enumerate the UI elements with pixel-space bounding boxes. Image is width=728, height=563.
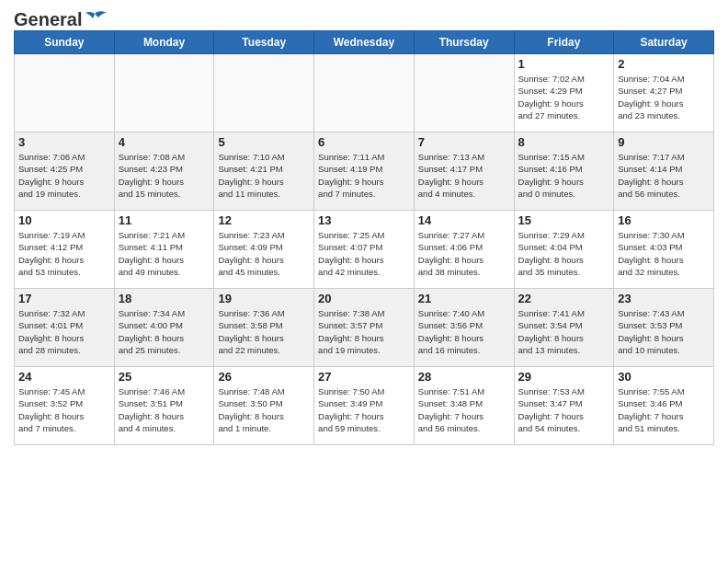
calendar-cell: 3Sunrise: 7:06 AM Sunset: 4:25 PM Daylig…	[15, 132, 115, 211]
calendar-cell: 11Sunrise: 7:21 AM Sunset: 4:11 PM Dayli…	[114, 211, 214, 289]
calendar-cell: 22Sunrise: 7:41 AM Sunset: 3:54 PM Dayli…	[514, 289, 614, 367]
calendar-week-row: 17Sunrise: 7:32 AM Sunset: 4:01 PM Dayli…	[15, 289, 714, 367]
day-info: Sunrise: 7:45 AM Sunset: 3:52 PM Dayligh…	[18, 385, 110, 434]
day-number: 6	[318, 135, 410, 149]
day-number: 28	[418, 370, 510, 384]
day-info: Sunrise: 7:04 AM Sunset: 4:27 PM Dayligh…	[618, 73, 710, 121]
calendar-cell: 6Sunrise: 7:11 AM Sunset: 4:19 PM Daylig…	[314, 132, 415, 211]
day-number: 18	[119, 292, 210, 305]
calendar-day-header: Wednesday	[314, 31, 415, 54]
day-info: Sunrise: 7:53 AM Sunset: 3:47 PM Dayligh…	[518, 385, 610, 434]
day-number: 9	[618, 135, 710, 149]
header: General	[14, 9, 714, 27]
calendar-cell: 29Sunrise: 7:53 AM Sunset: 3:47 PM Dayli…	[514, 367, 614, 445]
logo-bird-icon	[82, 10, 108, 30]
day-info: Sunrise: 7:38 AM Sunset: 3:57 PM Dayligh…	[318, 307, 410, 356]
day-number: 22	[518, 292, 610, 305]
logo-general: General	[14, 9, 82, 30]
day-info: Sunrise: 7:41 AM Sunset: 3:54 PM Dayligh…	[518, 307, 610, 356]
day-number: 5	[218, 135, 310, 149]
day-number: 21	[418, 292, 510, 305]
page-container: General SundayMondayTuesdayWednesdayThur…	[0, 0, 728, 450]
day-number: 26	[218, 370, 310, 384]
day-number: 15	[518, 213, 610, 227]
calendar-week-row: 24Sunrise: 7:45 AM Sunset: 3:52 PM Dayli…	[15, 367, 714, 445]
day-number: 4	[119, 135, 210, 149]
day-info: Sunrise: 7:17 AM Sunset: 4:14 PM Dayligh…	[618, 151, 710, 200]
day-number: 11	[119, 213, 210, 227]
day-number: 25	[119, 370, 210, 384]
calendar-cell: 25Sunrise: 7:46 AM Sunset: 3:51 PM Dayli…	[114, 367, 214, 445]
day-info: Sunrise: 7:06 AM Sunset: 4:25 PM Dayligh…	[18, 151, 110, 200]
calendar-week-row: 3Sunrise: 7:06 AM Sunset: 4:25 PM Daylig…	[15, 132, 714, 211]
calendar-cell: 1Sunrise: 7:02 AM Sunset: 4:29 PM Daylig…	[514, 54, 614, 132]
calendar-cell: 24Sunrise: 7:45 AM Sunset: 3:52 PM Dayli…	[15, 367, 115, 445]
calendar-day-header: Saturday	[614, 31, 714, 54]
day-number: 23	[618, 292, 710, 305]
day-number: 16	[618, 213, 710, 227]
day-info: Sunrise: 7:25 AM Sunset: 4:07 PM Dayligh…	[318, 229, 410, 278]
day-number: 2	[618, 57, 710, 71]
day-info: Sunrise: 7:34 AM Sunset: 4:00 PM Dayligh…	[119, 307, 210, 356]
day-info: Sunrise: 7:32 AM Sunset: 4:01 PM Dayligh…	[18, 307, 110, 356]
day-number: 10	[18, 213, 110, 227]
calendar-cell: 9Sunrise: 7:17 AM Sunset: 4:14 PM Daylig…	[614, 132, 714, 211]
calendar-day-header: Thursday	[414, 31, 514, 54]
calendar-cell: 23Sunrise: 7:43 AM Sunset: 3:53 PM Dayli…	[614, 289, 714, 367]
day-number: 20	[318, 292, 410, 305]
day-info: Sunrise: 7:46 AM Sunset: 3:51 PM Dayligh…	[119, 385, 210, 434]
calendar-cell	[114, 54, 214, 132]
calendar-cell: 5Sunrise: 7:10 AM Sunset: 4:21 PM Daylig…	[214, 132, 314, 211]
calendar-cell: 20Sunrise: 7:38 AM Sunset: 3:57 PM Dayli…	[314, 289, 415, 367]
calendar-week-row: 1Sunrise: 7:02 AM Sunset: 4:29 PM Daylig…	[15, 54, 714, 132]
calendar-cell: 17Sunrise: 7:32 AM Sunset: 4:01 PM Dayli…	[15, 289, 115, 367]
day-info: Sunrise: 7:30 AM Sunset: 4:03 PM Dayligh…	[618, 229, 710, 278]
day-info: Sunrise: 7:13 AM Sunset: 4:17 PM Dayligh…	[418, 151, 510, 200]
calendar-cell: 27Sunrise: 7:50 AM Sunset: 3:49 PM Dayli…	[314, 367, 415, 445]
calendar-cell: 7Sunrise: 7:13 AM Sunset: 4:17 PM Daylig…	[414, 132, 514, 211]
calendar-day-header: Sunday	[15, 31, 115, 54]
day-info: Sunrise: 7:21 AM Sunset: 4:11 PM Dayligh…	[119, 229, 210, 278]
calendar-cell: 13Sunrise: 7:25 AM Sunset: 4:07 PM Dayli…	[314, 211, 415, 289]
day-info: Sunrise: 7:48 AM Sunset: 3:50 PM Dayligh…	[218, 385, 310, 434]
day-number: 3	[18, 135, 110, 149]
day-info: Sunrise: 7:15 AM Sunset: 4:16 PM Dayligh…	[518, 151, 610, 200]
calendar-cell: 15Sunrise: 7:29 AM Sunset: 4:04 PM Dayli…	[514, 211, 614, 289]
calendar-cell: 2Sunrise: 7:04 AM Sunset: 4:27 PM Daylig…	[614, 54, 714, 132]
calendar-cell: 21Sunrise: 7:40 AM Sunset: 3:56 PM Dayli…	[414, 289, 514, 367]
day-number: 1	[518, 57, 610, 71]
day-info: Sunrise: 7:51 AM Sunset: 3:48 PM Dayligh…	[418, 385, 510, 434]
calendar-cell: 28Sunrise: 7:51 AM Sunset: 3:48 PM Dayli…	[414, 367, 514, 445]
calendar-cell	[414, 54, 514, 132]
day-info: Sunrise: 7:40 AM Sunset: 3:56 PM Dayligh…	[418, 307, 510, 356]
day-info: Sunrise: 7:50 AM Sunset: 3:49 PM Dayligh…	[318, 385, 410, 434]
calendar-cell: 18Sunrise: 7:34 AM Sunset: 4:00 PM Dayli…	[114, 289, 214, 367]
calendar-cell: 16Sunrise: 7:30 AM Sunset: 4:03 PM Dayli…	[614, 211, 714, 289]
day-info: Sunrise: 7:11 AM Sunset: 4:19 PM Dayligh…	[318, 151, 410, 200]
day-info: Sunrise: 7:02 AM Sunset: 4:29 PM Dayligh…	[518, 73, 610, 121]
day-number: 12	[218, 213, 310, 227]
day-number: 27	[318, 370, 410, 384]
logo: General	[14, 9, 108, 27]
calendar-cell: 19Sunrise: 7:36 AM Sunset: 3:58 PM Dayli…	[214, 289, 314, 367]
calendar-week-row: 10Sunrise: 7:19 AM Sunset: 4:12 PM Dayli…	[15, 211, 714, 289]
calendar-day-header: Friday	[514, 31, 614, 54]
day-number: 8	[518, 135, 610, 149]
day-number: 17	[18, 292, 110, 305]
day-number: 29	[518, 370, 610, 384]
calendar-cell: 8Sunrise: 7:15 AM Sunset: 4:16 PM Daylig…	[514, 132, 614, 211]
calendar-table: SundayMondayTuesdayWednesdayThursdayFrid…	[14, 30, 714, 445]
day-number: 7	[418, 135, 510, 149]
day-info: Sunrise: 7:43 AM Sunset: 3:53 PM Dayligh…	[618, 307, 710, 356]
calendar-cell	[314, 54, 415, 132]
day-info: Sunrise: 7:36 AM Sunset: 3:58 PM Dayligh…	[218, 307, 310, 356]
day-number: 13	[318, 213, 410, 227]
calendar-cell: 14Sunrise: 7:27 AM Sunset: 4:06 PM Dayli…	[414, 211, 514, 289]
day-info: Sunrise: 7:23 AM Sunset: 4:09 PM Dayligh…	[218, 229, 310, 278]
day-info: Sunrise: 7:55 AM Sunset: 3:46 PM Dayligh…	[618, 385, 710, 434]
calendar-cell: 30Sunrise: 7:55 AM Sunset: 3:46 PM Dayli…	[614, 367, 714, 445]
calendar-cell: 26Sunrise: 7:48 AM Sunset: 3:50 PM Dayli…	[214, 367, 314, 445]
calendar-cell: 10Sunrise: 7:19 AM Sunset: 4:12 PM Dayli…	[15, 211, 115, 289]
calendar-day-header: Monday	[114, 31, 214, 54]
calendar-cell: 12Sunrise: 7:23 AM Sunset: 4:09 PM Dayli…	[214, 211, 314, 289]
